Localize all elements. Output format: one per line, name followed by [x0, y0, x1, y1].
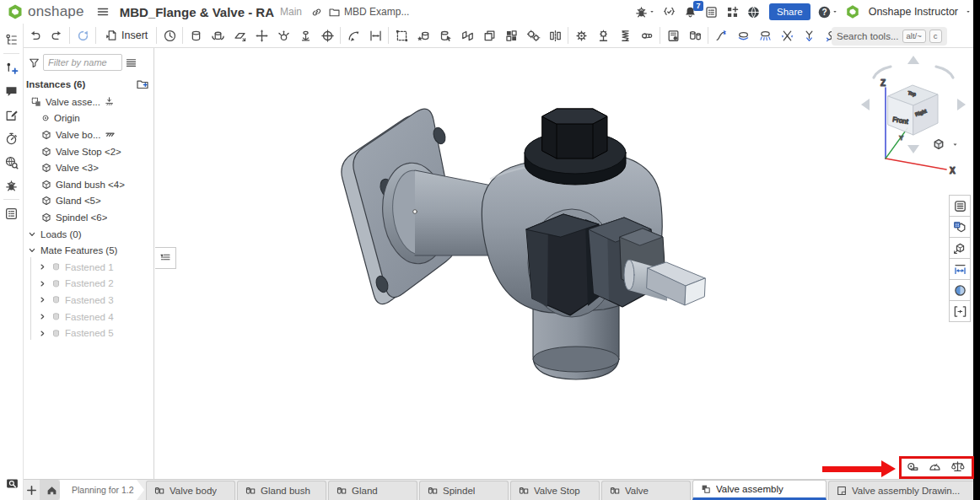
select-part-icon[interactable] — [434, 25, 456, 46]
sketch-pin-icon[interactable] — [710, 25, 732, 46]
torus-rays-icon[interactable] — [754, 25, 776, 46]
edit-note-icon[interactable] — [0, 104, 23, 126]
new-folder-icon[interactable] — [136, 78, 149, 91]
doc-tab-valve[interactable]: Valve — [601, 481, 691, 500]
doc-tab-valve-body[interactable]: Valve body — [146, 481, 235, 500]
named-views-icon[interactable] — [949, 237, 971, 259]
mate-planar-icon[interactable] — [229, 25, 250, 46]
tree-item[interactable]: Origin — [24, 110, 153, 127]
chevron-down-icon[interactable] — [27, 245, 37, 255]
history-clock-icon[interactable] — [0, 127, 23, 149]
mate-cylindrical-icon[interactable] — [185, 25, 207, 46]
add-node-icon[interactable] — [0, 56, 23, 78]
loads-section[interactable]: Loads (0) — [24, 226, 153, 243]
list-options-icon[interactable] — [125, 56, 137, 69]
mate-features-section[interactable]: Mate Features (5) — [24, 242, 153, 259]
language-globe-icon[interactable] — [746, 5, 761, 19]
mate-fastened-icon[interactable] — [316, 25, 338, 46]
tasks-icon[interactable] — [704, 5, 719, 19]
belt-relation-icon[interactable] — [636, 25, 658, 46]
web-search-icon[interactable] — [0, 151, 23, 173]
search-tools[interactable]: Search tools...alt/~c — [832, 27, 947, 46]
mate-item[interactable]: Fastened 1 — [24, 259, 153, 276]
onshape-logo-icon[interactable] — [7, 3, 24, 20]
undo-icon[interactable] — [24, 25, 46, 46]
mate-item[interactable]: Fastened 4 — [24, 309, 153, 325]
apps-grid-icon[interactable] — [725, 5, 740, 19]
mate-ball-icon[interactable] — [272, 25, 294, 46]
mate-slider-icon[interactable] — [250, 25, 272, 46]
gear-pin-icon[interactable] — [592, 25, 614, 46]
tree-item[interactable]: Gland <5> — [24, 193, 153, 210]
doc-tab-valve-assembly-drawin-[interactable]: Valve assembly Drawin... — [828, 481, 980, 500]
insert-button[interactable]: Insert — [98, 29, 154, 42]
dimension-icon[interactable] — [949, 258, 971, 280]
mate-item[interactable]: Fastened 5 — [24, 325, 153, 341]
sheet-metal-icon[interactable] — [662, 25, 684, 46]
filter-input[interactable] — [43, 54, 122, 71]
comment-icon[interactable] — [0, 80, 23, 102]
chevron-right-icon[interactable] — [38, 312, 47, 321]
rotate-reset-icon[interactable] — [72, 25, 94, 46]
fixed-anchor-icon[interactable] — [104, 96, 115, 107]
chevron-right-icon[interactable] — [38, 295, 47, 304]
chevron-right-icon[interactable] — [38, 279, 47, 288]
notifications-bell-icon[interactable]: 7 — [683, 5, 697, 19]
gear-relation-icon[interactable] — [522, 25, 544, 46]
bom-table-icon[interactable] — [949, 216, 971, 238]
tree-item[interactable]: Gland bush <4> — [24, 176, 153, 193]
doc-tab-gland[interactable]: Gland — [328, 481, 417, 500]
tree-item[interactable]: Valve bo... — [24, 126, 153, 143]
bug-report-icon[interactable] — [634, 5, 655, 19]
mate-item[interactable]: Fastened 3 — [24, 292, 153, 309]
star-part-icon[interactable] — [412, 25, 434, 46]
mate-pin-slot-icon[interactable] — [294, 25, 316, 46]
link-icon[interactable] — [310, 6, 323, 19]
ground-icon[interactable] — [105, 129, 116, 140]
add-tab-button[interactable] — [24, 480, 40, 500]
chevron-right-icon[interactable] — [38, 262, 47, 272]
mass-props-clock-icon[interactable] — [159, 25, 180, 46]
3d-viewport[interactable]: FrontTopRightZXY — [155, 48, 973, 479]
transform-copy-icon[interactable] — [478, 25, 500, 46]
versions-icon[interactable] — [662, 5, 676, 19]
snap-mode-icon[interactable] — [456, 25, 478, 46]
appearance-icon[interactable] — [949, 279, 971, 301]
panel-flyout-button[interactable] — [155, 247, 176, 269]
filter-funnel-icon[interactable] — [28, 56, 40, 69]
pin-down-icon[interactable] — [798, 25, 820, 46]
user-menu[interactable]: Onshape Instructor — [869, 6, 958, 18]
bug-icon[interactable] — [0, 175, 23, 196]
mirror-part-icon[interactable] — [544, 25, 566, 46]
tree-item[interactable]: Spindel <6> — [24, 209, 153, 226]
doc-tab-gland-bush[interactable]: Gland bush — [237, 481, 326, 500]
instance-tree-icon[interactable] — [0, 29, 23, 51]
workspace-name[interactable]: Main — [280, 6, 302, 18]
hamburger-menu-icon[interactable] — [96, 5, 110, 19]
doc-tab-valve-stop[interactable]: Valve Stop — [510, 481, 600, 500]
rotate-part-icon[interactable] — [342, 25, 364, 46]
form-icon[interactable] — [0, 202, 23, 224]
gear-icon[interactable] — [570, 25, 592, 46]
view-list-icon[interactable] — [949, 195, 971, 217]
multi-part-icon[interactable] — [684, 25, 706, 46]
help-icon[interactable]: ? — [817, 5, 838, 19]
redo-icon[interactable] — [46, 25, 67, 46]
mate-item[interactable]: Fastened 2 — [24, 276, 153, 293]
tree-item[interactable]: Valve <3> — [24, 159, 153, 176]
caret-down-icon[interactable] — [951, 141, 959, 148]
tree-item[interactable]: Valve asse... — [24, 94, 153, 110]
document-title[interactable]: MBD_Flange & Valve - RA — [120, 5, 274, 19]
mate-revolute-icon[interactable] — [207, 25, 229, 46]
caret-down-icon[interactable] — [965, 8, 972, 15]
doc-tab-spindel[interactable]: Spindel — [419, 481, 509, 500]
pattern-linear-icon[interactable] — [500, 25, 522, 46]
share-button[interactable]: Share — [769, 3, 810, 20]
workspace-version-tab[interactable]: Planning for 1.2 — [60, 480, 144, 500]
group-select-icon[interactable] — [390, 25, 412, 46]
cross-curves-icon[interactable] — [776, 25, 798, 46]
chevron-right-icon[interactable] — [38, 329, 47, 338]
torus-face-icon[interactable] — [732, 25, 754, 46]
folder-breadcrumb[interactable]: MBD Examp... — [328, 6, 409, 19]
doc-tab-valve-assembly[interactable]: Valve assembly — [692, 480, 827, 500]
